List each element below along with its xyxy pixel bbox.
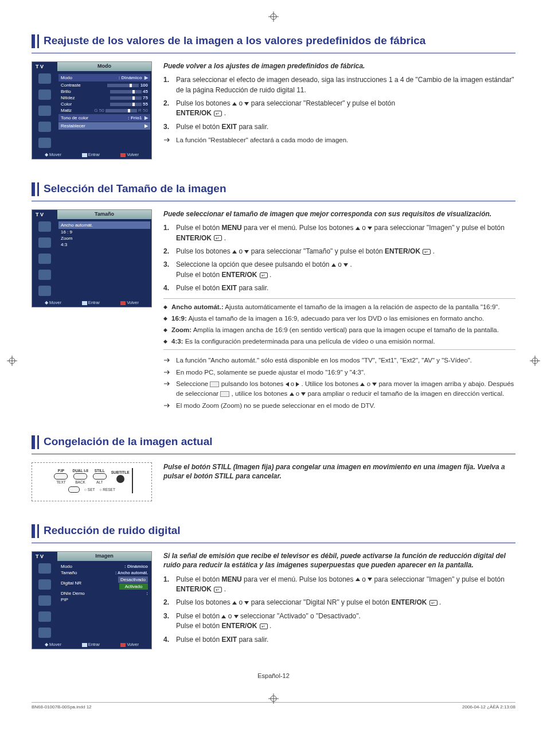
intro-text: Puede volver a los ajustes de imagen pre… [163, 61, 515, 71]
section-size: Selección del Tamaño de la imagen T V Ta… [32, 182, 515, 412]
enter-icon [214, 111, 222, 116]
page-number: Español-12 [32, 672, 515, 679]
section-title: Selección del Tamaño de la imagen [44, 182, 515, 196]
section-title: Reajuste de los valores de la imagen a l… [44, 34, 515, 48]
remote-diagram: P.IPTEXT DUAL I-IIBACK STILLALT SUBTITLE… [32, 462, 152, 501]
section-digital-nr: Reducción de ruido digital T V Imagen Mo… [32, 524, 515, 649]
section-freeze: Congelación de la imagen actual P.IPTEXT… [32, 435, 515, 501]
section-factory-reset: Reajuste de los valores de la imagen a l… [32, 34, 515, 159]
osd-modo: T V Modo Modo: Dinámico ▶ Contraste 100 … [32, 61, 152, 159]
zoom-box-icon [220, 391, 229, 397]
osd-tamano: T V Tamaño Ancho automát. 16 : 9 Zoom 4:… [32, 209, 152, 307]
zoom-box-icon [210, 381, 219, 387]
osd-imagen: T V Imagen Modo: Dinámico Tamaño: Ancho … [32, 551, 152, 649]
steps-list: 1.Para seleccionar el efecto de imagen d… [163, 75, 515, 132]
up-arrow-icon [232, 102, 237, 106]
